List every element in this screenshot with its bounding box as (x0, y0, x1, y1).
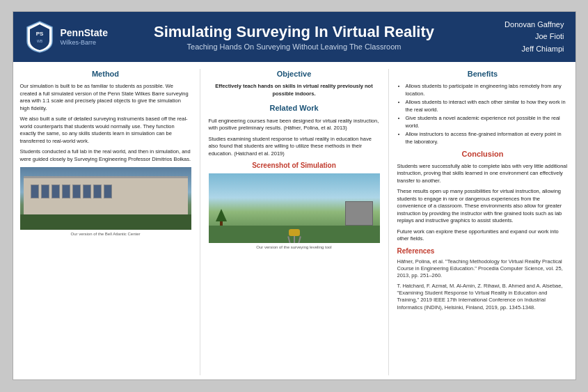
building-image (20, 167, 191, 230)
header: PS WB PennState Wilkes-Barre Simulating … (13, 12, 575, 62)
benefit-item-4: Allow instructors to access fine-grained… (406, 131, 569, 146)
logo-area: PS WB PennState Wilkes-Barre (24, 20, 115, 54)
reference-1: Häfner, Polina, et al. "Teaching Methodo… (397, 258, 569, 279)
objective-title: Objective (209, 69, 380, 79)
conclusion-para-2: These results open up many possibilities… (397, 188, 569, 225)
middle-column: Objective Effectively teach hands on ski… (209, 69, 380, 375)
author-1: Donovan Gaffney (474, 19, 564, 31)
simulation-screenshot (209, 173, 380, 243)
authors-list: Donovan Gaffney Joe Fioti Jeff Chiampi (474, 19, 564, 56)
conclusion-title: Conclusion (397, 149, 569, 159)
method-title: Method (20, 69, 191, 79)
reference-2: T. Hatchard, F. Azmat, M. Al-Amin, Z. Ri… (397, 283, 569, 311)
method-para-2: We also built a suite of detailed survey… (20, 116, 191, 145)
author-3: Jeff Chiampi (474, 43, 564, 56)
poster: PS WB PennState Wilkes-Barre Simulating … (13, 11, 576, 380)
benefit-item-2: Allows students to interact with each ot… (406, 99, 569, 113)
header-title-area: Simulating Surveying In Virtual Reality … (115, 23, 474, 51)
svg-text:PS: PS (35, 31, 43, 37)
svg-text:WB: WB (36, 39, 42, 43)
divider-2 (388, 69, 389, 375)
divider-1 (200, 69, 200, 375)
benefit-item-1: Allows students to participate in engine… (406, 83, 569, 97)
screenshot-caption: Our version of the surveying leveling to… (209, 244, 380, 250)
objective-text: Effectively teach hands on skills in vir… (209, 83, 380, 97)
related-work-title: Related Work (209, 103, 380, 113)
campus-name: Wilkes-Barre (61, 39, 108, 47)
method-para-1: Our simulation is built to be as familia… (20, 83, 191, 112)
building-caption: Our version of the Bell Atlantic Center (20, 231, 191, 237)
content-area: Method Our simulation is built to be as … (13, 62, 575, 379)
pennstate-shield-icon: PS WB (24, 20, 55, 54)
method-column: Method Our simulation is built to be as … (20, 69, 191, 375)
poster-title: Simulating Surveying In Virtual Reality (115, 23, 474, 41)
references-title: References (397, 246, 569, 256)
benefits-list: Allows students to participate in engine… (397, 83, 569, 146)
school-name: PennState (61, 27, 108, 39)
right-column: Benefits Allows students to participate … (397, 69, 569, 375)
screenshot-label: Screenshot of Simulation (209, 161, 380, 171)
benefit-item-3: Give students a novel academic experienc… (406, 115, 569, 130)
conclusion-para-3: Future work can explore these opportunit… (397, 228, 569, 243)
method-para-3: Students conducted a full lab in the rea… (20, 148, 191, 163)
poster-subtitle: Teaching Hands On Surveying Without Leav… (115, 42, 474, 51)
author-2: Joe Fioti (474, 31, 564, 43)
related-work-para-1: Full engineering courses have been desig… (209, 118, 380, 132)
conclusion-para-1: Students were successfully able to compl… (397, 163, 569, 185)
benefits-title: Benefits (397, 69, 569, 79)
logo-text: PennState Wilkes-Barre (61, 27, 108, 47)
related-work-para-2: Studies examining student response to vi… (209, 136, 380, 158)
